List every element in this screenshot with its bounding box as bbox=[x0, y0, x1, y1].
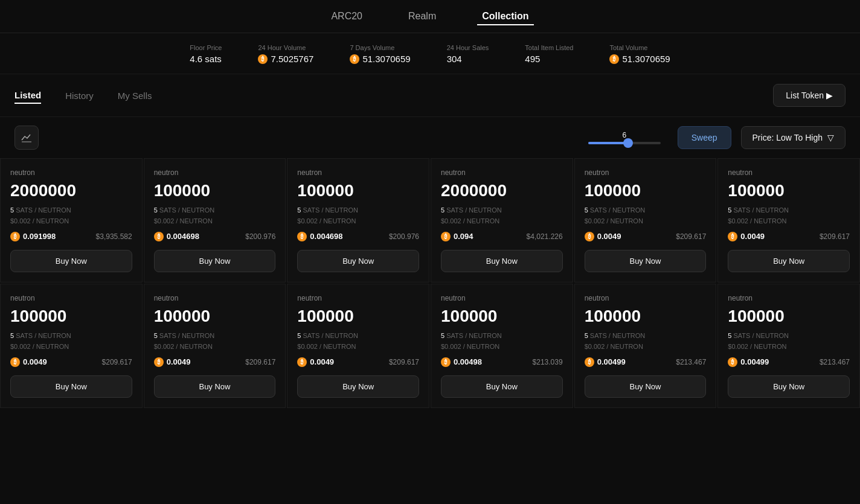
card-price-usd: $0.002 / NEUTRON bbox=[10, 343, 132, 350]
card-item: neutron 100000 5 SATS / NEUTRON $0.002 /… bbox=[431, 284, 573, 408]
card-amount: 2000000 bbox=[441, 182, 563, 200]
stat-total-listed-value: 495 bbox=[525, 54, 540, 64]
card-usd-value: $213.467 bbox=[820, 358, 850, 366]
card-sats: 5 SATS / NEUTRON bbox=[728, 206, 850, 214]
buy-now-button[interactable]: Buy Now bbox=[10, 375, 132, 398]
card-btc-value: ₿ 0.0049 bbox=[154, 357, 191, 367]
card-usd-value: $213.467 bbox=[676, 358, 706, 366]
chart-button[interactable] bbox=[14, 126, 39, 150]
btc-icon-card: ₿ bbox=[297, 232, 307, 241]
buy-now-button[interactable]: Buy Now bbox=[585, 375, 707, 398]
buy-now-button[interactable]: Buy Now bbox=[585, 250, 707, 272]
buy-now-button[interactable]: Buy Now bbox=[441, 375, 563, 398]
slider-track[interactable] bbox=[588, 142, 661, 144]
card-price-usd: $0.002 / NEUTRON bbox=[585, 343, 707, 350]
card-item: neutron 100000 5 SATS / NEUTRON $0.002 /… bbox=[144, 284, 286, 408]
card-item: neutron 100000 5 SATS / NEUTRON $0.002 /… bbox=[574, 284, 717, 408]
sort-button[interactable]: Price: Low To High ▽ bbox=[741, 126, 846, 149]
top-nav: ARC20 Realm Collection bbox=[0, 0, 860, 33]
card-token-name: neutron bbox=[10, 294, 132, 302]
btc-icon-2: ₿ bbox=[350, 54, 359, 64]
card-amount: 100000 bbox=[585, 307, 707, 326]
controls-row: 6 Sweep Price: Low To High ▽ bbox=[0, 117, 860, 158]
card-btc-value: ₿ 0.00499 bbox=[585, 357, 626, 367]
card-token-name: neutron bbox=[297, 168, 419, 177]
nav-arc20[interactable]: ARC20 bbox=[326, 8, 367, 25]
nav-realm[interactable]: Realm bbox=[403, 8, 441, 25]
sort-chevron-icon: ▽ bbox=[827, 133, 834, 142]
sweep-slider[interactable]: 6 bbox=[588, 131, 661, 144]
card-btc-value: ₿ 0.0049 bbox=[585, 232, 621, 241]
card-btc-row: ₿ 0.00498 $213.039 bbox=[441, 357, 563, 367]
card-btc-row: ₿ 0.0049 $209.617 bbox=[10, 357, 132, 367]
btc-icon-card: ₿ bbox=[10, 357, 20, 367]
card-usd-value: $209.617 bbox=[676, 232, 706, 241]
card-sats: 5 SATS / NEUTRON bbox=[154, 332, 276, 339]
stat-24h-volume-label: 24 Hour Volume bbox=[258, 44, 306, 51]
card-btc-value: ₿ 0.004698 bbox=[154, 232, 199, 241]
buy-now-button[interactable]: Buy Now bbox=[441, 250, 563, 272]
card-item: neutron 100000 5 SATS / NEUTRON $0.002 /… bbox=[717, 158, 860, 282]
buy-now-button[interactable]: Buy Now bbox=[154, 375, 276, 398]
nav-collection[interactable]: Collection bbox=[477, 8, 533, 25]
card-price-usd: $0.002 / NEUTRON bbox=[585, 217, 707, 225]
card-amount: 100000 bbox=[728, 182, 850, 200]
buy-now-button[interactable]: Buy Now bbox=[297, 375, 419, 398]
btc-icon-card: ₿ bbox=[10, 232, 20, 241]
sub-nav-history[interactable]: History bbox=[65, 88, 94, 103]
buy-now-button[interactable]: Buy Now bbox=[10, 250, 132, 272]
card-token-name: neutron bbox=[728, 168, 850, 177]
stat-7d-volume-value: ₿ 51.3070659 bbox=[350, 54, 410, 64]
card-usd-value: $200.976 bbox=[245, 232, 275, 241]
cards-grid: neutron 2000000 5 SATS / NEUTRON $0.002 … bbox=[0, 158, 860, 408]
sort-label: Price: Low To High bbox=[752, 133, 823, 142]
stat-24h-sales-label: 24 Hour Sales bbox=[447, 44, 489, 51]
card-token-name: neutron bbox=[441, 294, 563, 302]
sub-nav-my-sells[interactable]: My Sells bbox=[118, 88, 152, 103]
card-btc-value: ₿ 0.0049 bbox=[728, 232, 765, 241]
stat-total-listed: Total Item Listed 495 bbox=[525, 44, 573, 64]
btc-icon: ₿ bbox=[258, 54, 268, 64]
btc-icon-card: ₿ bbox=[441, 357, 451, 367]
buy-now-button[interactable]: Buy Now bbox=[728, 375, 850, 398]
card-item: neutron 100000 5 SATS / NEUTRON $0.002 /… bbox=[287, 158, 429, 282]
card-usd-value: $209.617 bbox=[389, 358, 419, 366]
chart-icon bbox=[21, 132, 33, 144]
card-btc-row: ₿ 0.0049 $209.617 bbox=[154, 357, 276, 367]
card-btc-row: ₿ 0.0049 $209.617 bbox=[297, 357, 419, 367]
card-btc-row: ₿ 0.094 $4,021.226 bbox=[441, 232, 563, 241]
btc-icon-3: ₿ bbox=[609, 54, 619, 64]
card-token-name: neutron bbox=[441, 168, 563, 177]
card-item: neutron 100000 5 SATS / NEUTRON $0.002 /… bbox=[287, 284, 429, 408]
stats-bar: Floor Price 4.6 sats 24 Hour Volume ₿ 7.… bbox=[0, 33, 860, 74]
stat-24h-volume-value: ₿ 7.5025767 bbox=[258, 54, 313, 64]
buy-now-button[interactable]: Buy Now bbox=[297, 250, 419, 272]
card-btc-row: ₿ 0.091998 $3,935.582 bbox=[10, 232, 132, 241]
card-btc-value: ₿ 0.094 bbox=[441, 232, 473, 241]
card-amount: 100000 bbox=[10, 307, 132, 326]
stat-7d-volume: 7 Days Volume ₿ 51.3070659 bbox=[350, 44, 410, 64]
card-amount: 100000 bbox=[297, 307, 419, 326]
card-usd-value: $200.976 bbox=[389, 232, 419, 241]
card-btc-row: ₿ 0.00499 $213.467 bbox=[585, 357, 707, 367]
card-sats: 5 SATS / NEUTRON bbox=[585, 332, 707, 339]
btc-icon-card: ₿ bbox=[585, 357, 594, 367]
sweep-button[interactable]: Sweep bbox=[678, 126, 731, 149]
card-btc-row: ₿ 0.004698 $200.976 bbox=[297, 232, 419, 241]
card-sats: 5 SATS / NEUTRON bbox=[441, 206, 563, 214]
btc-icon-card: ₿ bbox=[154, 357, 164, 367]
card-token-name: neutron bbox=[297, 294, 419, 302]
buy-now-button[interactable]: Buy Now bbox=[154, 250, 276, 272]
card-btc-value: ₿ 0.00498 bbox=[441, 357, 482, 367]
sub-nav-listed[interactable]: Listed bbox=[14, 88, 41, 104]
buy-now-button[interactable]: Buy Now bbox=[728, 250, 850, 272]
card-btc-value: ₿ 0.0049 bbox=[10, 357, 47, 367]
card-amount: 2000000 bbox=[10, 182, 132, 200]
list-token-button[interactable]: List Token ▶ bbox=[773, 84, 846, 107]
slider-thumb[interactable] bbox=[623, 138, 633, 148]
sweep-label: Sweep bbox=[692, 133, 717, 142]
card-sats: 5 SATS / NEUTRON bbox=[297, 206, 419, 214]
card-price-usd: $0.002 / NEUTRON bbox=[728, 217, 850, 225]
card-token-name: neutron bbox=[728, 294, 850, 302]
card-item: neutron 100000 5 SATS / NEUTRON $0.002 /… bbox=[144, 158, 286, 282]
